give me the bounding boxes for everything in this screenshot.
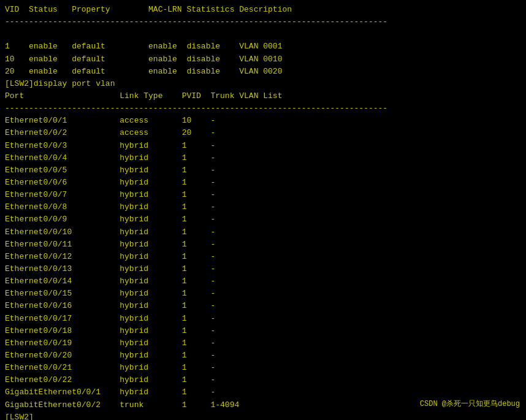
terminal-line: Ethernet0/0/8 hybrid 1 - bbox=[5, 201, 521, 213]
terminal-line: Ethernet0/0/17 hybrid 1 - bbox=[5, 313, 521, 325]
terminal-line: Ethernet0/0/19 hybrid 1 - bbox=[5, 337, 521, 349]
terminal-line: Ethernet0/0/1 access 10 - bbox=[5, 115, 521, 127]
terminal-line: Ethernet0/0/6 hybrid 1 - bbox=[5, 177, 521, 189]
terminal-line: Ethernet0/0/5 hybrid 1 - bbox=[5, 164, 521, 177]
watermark: CSDN @杀死一只知更鸟debug bbox=[420, 399, 520, 409]
terminal-output: VID Status Property MAC-LRN Statistics D… bbox=[5, 4, 521, 420]
terminal: VID Status Property MAC-LRN Statistics D… bbox=[0, 0, 526, 420]
terminal-line: 1 enable default enable disable VLAN 000… bbox=[5, 40, 521, 53]
terminal-line: 20 enable default enable disable VLAN 00… bbox=[5, 66, 521, 78]
terminal-line: Ethernet0/0/14 hybrid 1 - bbox=[5, 275, 521, 288]
terminal-line: VID Status Property MAC-LRN Statistics D… bbox=[5, 4, 521, 16]
terminal-line: Ethernet0/0/22 hybrid 1 - bbox=[5, 374, 521, 386]
terminal-line bbox=[5, 28, 521, 40]
terminal-line: Ethernet0/0/13 hybrid 1 - bbox=[5, 263, 521, 275]
terminal-line: [LSW2] bbox=[5, 411, 521, 420]
terminal-line: 10 enable default enable disable VLAN 00… bbox=[5, 53, 521, 66]
terminal-line: GigabitEthernet0/0/1 hybrid 1 - bbox=[5, 386, 521, 399]
terminal-line: [LSW2]display port vlan bbox=[5, 78, 521, 90]
terminal-line: Ethernet0/0/7 hybrid 1 - bbox=[5, 189, 521, 201]
terminal-line: Ethernet0/0/3 hybrid 1 - bbox=[5, 140, 521, 152]
terminal-line: Ethernet0/0/2 access 20 - bbox=[5, 127, 521, 139]
terminal-line: Ethernet0/0/11 hybrid 1 - bbox=[5, 239, 521, 251]
terminal-line: Ethernet0/0/16 hybrid 1 - bbox=[5, 300, 521, 312]
terminal-line: Port Link Type PVID Trunk VLAN List bbox=[5, 90, 521, 102]
terminal-line: Ethernet0/0/12 hybrid 1 - bbox=[5, 251, 521, 263]
terminal-line: Ethernet0/0/9 hybrid 1 - bbox=[5, 213, 521, 226]
terminal-line: ----------------------------------------… bbox=[5, 102, 521, 115]
terminal-line: Ethernet0/0/10 hybrid 1 - bbox=[5, 226, 521, 239]
terminal-line: Ethernet0/0/15 hybrid 1 - bbox=[5, 288, 521, 300]
terminal-line: Ethernet0/0/21 hybrid 1 - bbox=[5, 362, 521, 374]
terminal-line: Ethernet0/0/20 hybrid 1 - bbox=[5, 349, 521, 362]
terminal-line: ----------------------------------------… bbox=[5, 16, 521, 28]
terminal-line: Ethernet0/0/4 hybrid 1 - bbox=[5, 152, 521, 164]
terminal-line: Ethernet0/0/18 hybrid 1 - bbox=[5, 325, 521, 337]
